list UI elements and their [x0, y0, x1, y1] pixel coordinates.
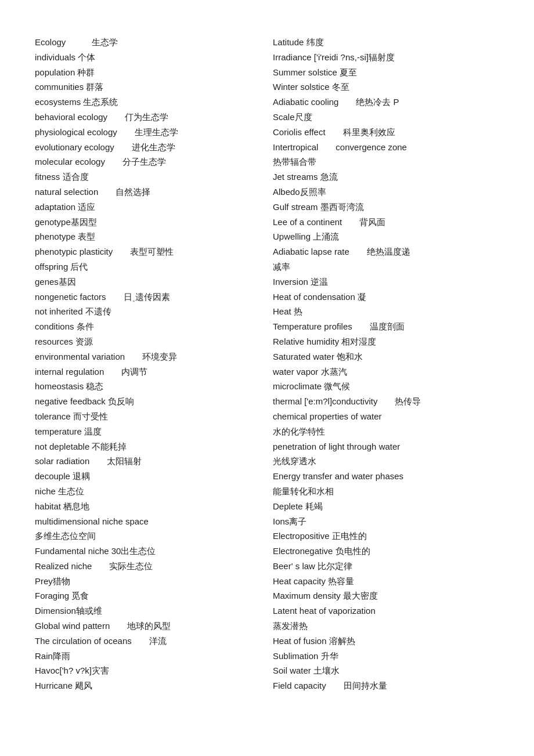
- list-item: population 种群: [35, 65, 261, 80]
- left-column: Ecology 生态学individuals 个体population 种群co…: [35, 35, 261, 693]
- list-item: Inversion 逆温: [273, 274, 499, 290]
- list-item: Heat of condensation 凝: [273, 290, 499, 305]
- list-item: 热带辐合带: [273, 154, 499, 169]
- list-item: penetration of light through water: [273, 439, 499, 454]
- list-item: Lee of a continent 背风面: [273, 215, 499, 230]
- list-item: Foraging 觅食: [35, 588, 261, 603]
- list-item: 蒸发潜热: [273, 618, 499, 634]
- list-item: Rain降雨: [35, 649, 261, 664]
- list-item: Jet streams 急流: [273, 169, 499, 185]
- list-item: Maximum density 最大密度: [273, 588, 499, 603]
- list-item: Electropositive 正电性的: [273, 529, 499, 544]
- list-item: resources 资源: [35, 334, 261, 349]
- list-item: 多维生态位空间: [35, 529, 261, 544]
- list-item: nongenetic factors 日˰遗传因素: [35, 290, 261, 305]
- main-content: Ecology 生态学individuals 个体population 种群co…: [35, 35, 499, 693]
- list-item: chemical properties of water: [273, 409, 499, 424]
- list-item: Sublimation 升华: [273, 649, 499, 664]
- list-item: 水的化学特性: [273, 424, 499, 439]
- list-item: microclimate 微气候: [273, 379, 499, 394]
- list-item: Beer' s law 比尔定律: [273, 559, 499, 574]
- list-item: 减率: [273, 259, 499, 274]
- list-item: behavioral ecology 仃为生态学: [35, 110, 261, 125]
- list-item: Temperature profiles 温度剖面: [273, 319, 499, 334]
- list-item: communities 群落: [35, 79, 261, 95]
- list-item: Winter solstice 冬至: [273, 79, 499, 95]
- list-item: Prey猎物: [35, 574, 261, 589]
- list-item: thermal ['e:m?l]conductivity 热传导: [273, 394, 499, 409]
- list-item: physiological ecology 生理生态学: [35, 125, 261, 140]
- list-item: multidimensional niche space: [35, 514, 261, 529]
- list-item: fitness 适合度: [35, 169, 261, 185]
- list-item: Ecology 生态学: [35, 35, 261, 50]
- list-item: Summer solstice 夏至: [273, 65, 499, 80]
- list-item: Intertropical convergence zone: [273, 140, 499, 155]
- list-item: Latent heat of vaporization: [273, 603, 499, 618]
- list-item: evolutionary ecology 进化生态学: [35, 140, 261, 155]
- list-item: internal regulation 内调节: [35, 364, 261, 379]
- list-item: Heat capacity 热容量: [273, 574, 499, 589]
- list-item: conditions 条件: [35, 319, 261, 334]
- list-item: individuals 个体: [35, 50, 261, 65]
- list-item: solar radiation 太阳辐射: [35, 454, 261, 469]
- list-item: homeostasis 稳态: [35, 379, 261, 394]
- list-item: Heat 热: [273, 304, 499, 319]
- list-item: Saturated water 饱和水: [273, 349, 499, 364]
- list-item: phenotypic plasticity 表型可塑性: [35, 244, 261, 259]
- list-item: genes基因: [35, 274, 261, 290]
- list-item: 光线穿透水: [273, 454, 499, 469]
- list-item: environmental variation 环境变异: [35, 349, 261, 364]
- list-item: Upwelling 上涌流: [273, 229, 499, 244]
- list-item: Gulf stream 墨西哥湾流: [273, 200, 499, 215]
- list-item: phenotype 表型: [35, 229, 261, 244]
- list-item: decouple 退耦: [35, 469, 261, 484]
- right-column: Latitude 纬度Irradiance ['i'reidi ?ns,-si]…: [273, 35, 499, 693]
- list-item: offspring 后代: [35, 259, 261, 274]
- list-item: Irradiance ['i'reidi ?ns,-si]辐射度: [273, 50, 499, 65]
- list-item: not inherited 不遗传: [35, 304, 261, 319]
- list-item: Adiabatic lapse rate 绝热温度递: [273, 244, 499, 259]
- list-item: Realized niche 实际生态位: [35, 559, 261, 574]
- list-item: Havoc['h? v?k]灾害: [35, 663, 261, 678]
- list-item: niche 生态位: [35, 484, 261, 499]
- list-item: Field capacity 田间持水量: [273, 678, 499, 693]
- list-item: Heat of fusion 溶解热: [273, 634, 499, 649]
- list-item: water vapor 水蒸汽: [273, 364, 499, 379]
- list-item: ecosystems 生态系统: [35, 95, 261, 110]
- list-item: Global wind pattern 地球的风型: [35, 618, 261, 634]
- list-item: temperature 温度: [35, 424, 261, 439]
- list-item: 能量转化和水相: [273, 484, 499, 499]
- list-item: Relative humidity 相对湿度: [273, 334, 499, 349]
- list-item: Hurricane 飓风: [35, 678, 261, 693]
- list-item: Electronegative 负电性的: [273, 544, 499, 559]
- list-item: tolerance 而寸受性: [35, 409, 261, 424]
- list-item: Soil water 土壤水: [273, 663, 499, 678]
- list-item: Dimension轴或维: [35, 603, 261, 618]
- list-item: Energy transfer and water phases: [273, 469, 499, 484]
- list-item: Coriolis effect 科里奥利效应: [273, 125, 499, 140]
- list-item: The circulation of oceans 洋流: [35, 634, 261, 649]
- list-item: adaptation 适应: [35, 200, 261, 215]
- list-item: negative feedback 负反响: [35, 394, 261, 409]
- list-item: not depletable 不能耗掉: [35, 439, 261, 454]
- list-item: molecular ecology 分子生态学: [35, 154, 261, 169]
- list-item: genotype基因型: [35, 215, 261, 230]
- list-item: Latitude 纬度: [273, 35, 499, 50]
- list-item: natural selection 自然选择: [35, 185, 261, 200]
- list-item: Deplete 耗竭: [273, 499, 499, 514]
- list-item: Albedo反照率: [273, 185, 499, 200]
- list-item: Scale尺度: [273, 110, 499, 125]
- list-item: Ions离子: [273, 514, 499, 529]
- list-item: Adiabatic cooling 绝热冷去 P: [273, 95, 499, 110]
- list-item: Fundamental niche 30出生态位: [35, 544, 261, 559]
- list-item: habitat 栖息地: [35, 499, 261, 514]
